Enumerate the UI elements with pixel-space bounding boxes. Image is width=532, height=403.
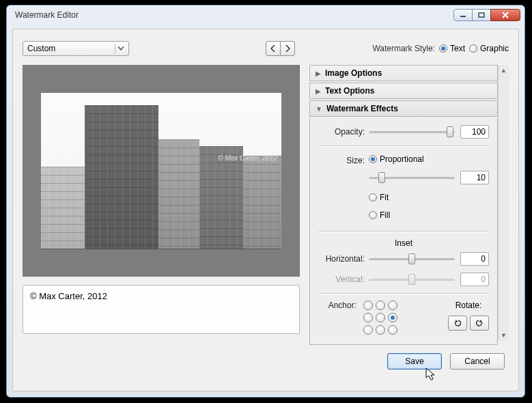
radio-icon xyxy=(369,193,377,202)
panel-watermark-effects[interactable]: ▼ Watermark Effects xyxy=(309,100,498,117)
svg-rect-1 xyxy=(479,13,484,17)
vertical-label: Vertical: xyxy=(318,275,365,284)
anchor-bottom-left[interactable] xyxy=(363,325,373,335)
rotate-right-button[interactable] xyxy=(470,316,489,331)
rotate-label: Rotate: xyxy=(448,301,489,310)
preview-image: © Max Carter, 2012 xyxy=(41,93,281,249)
size-slider[interactable] xyxy=(369,171,455,184)
horizontal-label: Horizontal: xyxy=(318,254,365,264)
preset-value: Custom xyxy=(27,44,55,53)
anchor-top-center[interactable] xyxy=(376,301,385,310)
vertical-slider xyxy=(369,273,455,286)
size-fill-label: Fill xyxy=(380,210,390,220)
scroll-up-icon[interactable]: ▲ xyxy=(499,65,509,76)
right-scrollbar[interactable]: ▲ ▼ xyxy=(498,65,509,341)
chevron-down-icon: ▼ xyxy=(316,105,322,113)
anchor-middle-left[interactable] xyxy=(363,313,373,322)
size-proportional-label: Proportional xyxy=(380,154,424,164)
maximize-button[interactable] xyxy=(472,9,491,21)
close-button[interactable] xyxy=(490,9,520,21)
minimize-button[interactable] xyxy=(453,9,473,21)
radio-icon xyxy=(469,44,477,53)
anchor-bottom-right[interactable] xyxy=(388,325,397,335)
size-fit-label: Fit xyxy=(380,193,389,202)
vertical-value: 0 xyxy=(460,273,489,286)
radio-icon xyxy=(439,44,447,53)
horizontal-value[interactable]: 0 xyxy=(460,252,489,266)
watermark-effects-body: Opacity: 100 Size: xyxy=(309,118,498,345)
chevron-down-icon xyxy=(115,44,126,53)
watermark-text-input[interactable]: © Max Carter, 2012 xyxy=(23,285,300,334)
window: Watermark Editor Custom xyxy=(6,5,525,398)
panel-watermark-effects-label: Watermark Effects xyxy=(326,104,398,113)
watermark-overlay-text: © Max Carter, 2012 xyxy=(218,154,277,162)
size-label: Size: xyxy=(318,156,365,165)
style-text-label: Text xyxy=(450,44,465,53)
window-title: Watermark Editor xyxy=(15,10,454,20)
anchor-top-right[interactable] xyxy=(388,301,397,310)
horizontal-slider[interactable] xyxy=(369,253,455,265)
anchor-label: Anchor: xyxy=(318,301,356,310)
anchor-top-left[interactable] xyxy=(363,301,373,310)
anchor-middle-center[interactable] xyxy=(376,313,385,322)
opacity-value[interactable]: 100 xyxy=(460,125,489,139)
panel-text-options-label: Text Options xyxy=(325,86,374,96)
next-image-button[interactable] xyxy=(280,41,295,56)
chevron-right-icon: ▶ xyxy=(316,87,321,95)
watermark-style-label: Watermark Style: xyxy=(372,44,435,53)
dialog-body: Custom Watermark Style: Text xyxy=(12,29,519,391)
inset-title: Inset xyxy=(318,238,489,248)
size-value[interactable]: 10 xyxy=(460,171,489,184)
panel-image-options[interactable]: ▶ Image Options xyxy=(309,65,498,81)
scroll-down-icon[interactable]: ▼ xyxy=(499,330,509,341)
cancel-button[interactable]: Cancel xyxy=(450,353,505,370)
anchor-bottom-center[interactable] xyxy=(376,325,385,335)
anchor-middle-right[interactable] xyxy=(388,313,397,322)
panel-text-options[interactable]: ▶ Text Options xyxy=(309,83,498,99)
titlebar: Watermark Editor xyxy=(7,5,524,25)
radio-icon xyxy=(369,155,377,163)
rotate-left-button[interactable] xyxy=(448,316,467,331)
panel-image-options-label: Image Options xyxy=(325,68,382,78)
save-button[interactable]: Save xyxy=(387,353,442,370)
radio-icon xyxy=(369,211,377,219)
size-proportional-radio[interactable]: Proportional xyxy=(369,154,424,164)
preset-dropdown[interactable]: Custom xyxy=(23,41,129,56)
size-fill-radio[interactable]: Fill xyxy=(369,210,390,220)
anchor-grid[interactable] xyxy=(363,301,399,336)
size-fit-radio[interactable]: Fit xyxy=(369,193,389,202)
style-graphic-label: Graphic xyxy=(480,44,509,53)
chevron-right-icon: ▶ xyxy=(316,70,321,77)
opacity-label: Opacity: xyxy=(318,127,365,137)
style-text-radio[interactable]: Text xyxy=(439,44,465,53)
prev-image-button[interactable] xyxy=(266,41,281,56)
watermark-text-value: © Max Carter, 2012 xyxy=(30,291,107,301)
preview-area: © Max Carter, 2012 xyxy=(23,65,300,277)
style-graphic-radio[interactable]: Graphic xyxy=(469,44,509,53)
opacity-slider[interactable] xyxy=(369,126,455,138)
